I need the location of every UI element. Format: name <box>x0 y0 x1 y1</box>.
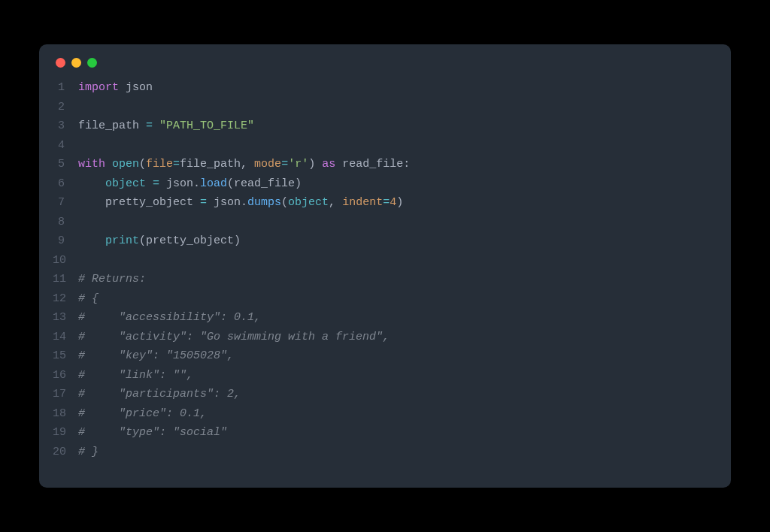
code-line: 15# "key": "1505028", <box>53 346 731 366</box>
line-number: 10 <box>53 251 78 271</box>
code-line: 16# "link": "", <box>53 366 731 385</box>
line-number: 4 <box>53 136 78 156</box>
window-titlebar <box>53 58 731 78</box>
code-content: # "participants": 2, <box>78 385 241 404</box>
line-number: 9 <box>53 231 78 251</box>
code-line: 7 pretty_object = json.dumps(object, ind… <box>53 193 731 213</box>
line-number: 3 <box>53 116 78 136</box>
maximize-icon[interactable] <box>87 58 97 68</box>
line-number: 13 <box>53 308 78 328</box>
code-content: # "activity": "Go swimming with a friend… <box>78 328 390 347</box>
code-line: 4 <box>53 136 731 156</box>
line-number: 1 <box>53 78 78 98</box>
code-content: # "accessibility": 0.1, <box>78 308 261 328</box>
code-content: # Returns: <box>78 270 146 289</box>
line-number: 20 <box>53 443 78 462</box>
code-line: 17# "participants": 2, <box>53 385 731 404</box>
code-content: import json <box>78 78 153 98</box>
code-content: # "link": "", <box>78 366 193 385</box>
code-line: 12# { <box>53 289 731 309</box>
line-number: 2 <box>53 98 78 117</box>
line-number: 17 <box>53 385 78 404</box>
code-line: 10 <box>53 251 731 271</box>
code-line: 9 print(pretty_object) <box>53 231 731 251</box>
code-line: 18# "price": 0.1, <box>53 404 731 424</box>
code-content: # "type": "social" <box>78 423 227 443</box>
code-line: 3file_path = "PATH_TO_FILE" <box>53 116 731 136</box>
code-line: 2 <box>53 98 731 117</box>
line-number: 14 <box>53 328 78 347</box>
line-number: 12 <box>53 289 78 309</box>
line-number: 15 <box>53 346 78 366</box>
code-line: 13# "accessibility": 0.1, <box>53 308 731 328</box>
line-number: 16 <box>53 366 78 385</box>
code-content: file_path = "PATH_TO_FILE" <box>78 116 254 136</box>
code-content: object = json.load(read_file) <box>78 174 302 194</box>
line-number: 6 <box>53 174 78 194</box>
minimize-icon[interactable] <box>71 58 81 68</box>
code-line: 8 <box>53 213 731 232</box>
code-line: 14# "activity": "Go swimming with a frie… <box>53 328 731 347</box>
code-window: 1import json23file_path = "PATH_TO_FILE"… <box>39 44 731 488</box>
code-content: # "price": 0.1, <box>78 404 207 424</box>
line-number: 11 <box>53 270 78 289</box>
close-icon[interactable] <box>56 58 65 68</box>
line-number: 5 <box>53 155 78 174</box>
code-line: 19# "type": "social" <box>53 423 731 443</box>
code-editor[interactable]: 1import json23file_path = "PATH_TO_FILE"… <box>53 78 731 461</box>
line-number: 18 <box>53 404 78 424</box>
line-number: 19 <box>53 423 78 443</box>
line-number: 7 <box>53 193 78 213</box>
code-content: # "key": "1505028", <box>78 346 234 366</box>
code-line: 5with open(file=file_path, mode='r') as … <box>53 155 731 174</box>
code-content: print(pretty_object) <box>78 231 241 251</box>
code-line: 1import json <box>53 78 731 98</box>
code-content: with open(file=file_path, mode='r') as r… <box>78 155 410 174</box>
code-line: 11# Returns: <box>53 270 731 289</box>
code-line: 20# } <box>53 443 731 462</box>
code-content: pretty_object = json.dumps(object, inden… <box>78 193 403 213</box>
code-content: # } <box>78 443 99 462</box>
line-number: 8 <box>53 213 78 232</box>
code-content: # { <box>78 289 99 309</box>
code-line: 6 object = json.load(read_file) <box>53 174 731 194</box>
